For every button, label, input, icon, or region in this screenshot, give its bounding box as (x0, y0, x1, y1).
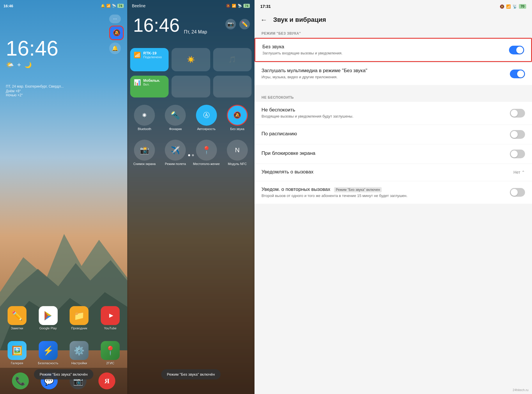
settings-mute-icon: 🔕 (500, 4, 504, 9)
silent-mode-row: Без звука Заглушить входящие вызовы и ув… (255, 39, 531, 61)
app-files[interactable]: 📁 Проводник (65, 306, 93, 330)
qs-toast: Режим "Без звука" включён (161, 369, 221, 379)
qs-screenshot-tile[interactable]: 📸 Снимок экрана (130, 140, 159, 166)
moon-icon: 🌙 (24, 61, 32, 68)
dock-phone[interactable]: 📞 (12, 372, 29, 389)
more-options-button[interactable]: ··· (109, 15, 121, 23)
qs-edit-icon-button[interactable]: ✏️ (239, 19, 250, 29)
qs-placeholder2 (172, 76, 210, 97)
weather-icon: 🌤️ (6, 61, 14, 69)
qs-location-icon: 📍 (202, 146, 211, 155)
app-gallery-label: Галерея (11, 361, 23, 365)
dock-yandex[interactable]: Я (98, 372, 115, 389)
notify-calls-row[interactable]: Уведомлять о вызовах Нет ⌃ (254, 164, 532, 181)
qs-date: Пт, 24 Мар (184, 29, 207, 34)
app-settings[interactable]: ⚙️ Настройки (65, 341, 93, 365)
app-grid-row1: ✏️ Заметки Google Play 📁 Проводник YouTu… (3, 306, 124, 330)
repeat-calls-toggle[interactable] (510, 188, 525, 197)
settings-page-title: Звук и вибрация (273, 16, 326, 24)
app-files-icon: 📁 (70, 306, 89, 325)
qs-airplane-tile[interactable]: ✈️ Режим полета (161, 140, 190, 166)
schedule-toggle[interactable] (510, 130, 525, 139)
qs-flashlight-icon: 🔦 (171, 111, 180, 120)
qs-circle-tiles-2: 📸 Снимок экрана ✈️ Режим полета 📍 Местоп… (130, 140, 252, 166)
status-time: 16:46 (3, 4, 13, 8)
notify-calls-text: Уведомлять о вызовах (261, 169, 513, 176)
qs-location-label: Местополо-жение (193, 162, 220, 166)
app-youtube[interactable]: YouTube (96, 306, 124, 330)
silent-mode-toggle[interactable] (509, 46, 524, 54)
lockscreen-text: При блокировке экрана (261, 150, 510, 157)
home-date: ПТ, 24 мар. Екатеринбург, Свердл... (6, 84, 64, 88)
qs-top-tiles: 📶 RTK-19 Подключено ☀️ 🎵 (130, 48, 252, 71)
mute-media-toggle[interactable] (510, 70, 525, 78)
qs-silent-tile[interactable]: 🔕 Без звука (223, 105, 252, 131)
qs-brightness-label: Автояркость (197, 127, 215, 131)
dnd-text: Не беспокоить Входящие вызовы и уведомле… (261, 107, 510, 119)
mute-media-row: Заглушать мультимедиа в режиме "Без звук… (254, 63, 532, 85)
app-notes[interactable]: ✏️ Заметки (3, 306, 31, 330)
qs-wifi-name: RTK-19 (143, 51, 162, 55)
mute-toggle-button[interactable]: 🔕 (109, 26, 124, 40)
repeat-calls-subtitle: Второй вызов от одного и того же абонент… (261, 193, 510, 198)
notify-calls-title: Уведомлять о вызовах (261, 169, 513, 175)
qs-mobile-tile[interactable]: 📊 Мобильн. Вкл. (130, 76, 169, 97)
app-2gis-label: 2ГИС (106, 361, 114, 365)
wifi-icon: 📡 (112, 4, 116, 8)
app-google-play[interactable]: Google Play (34, 306, 62, 330)
app-2gis[interactable]: 📍 2ГИС (96, 341, 124, 365)
schedule-row: По расписанию (254, 125, 532, 144)
qs-bluetooth-label: Bluetooth (138, 127, 151, 131)
qs-blank-tile1: ☀️ (172, 48, 210, 71)
home-screen: 16:46 🔔 📶 📡 74 ··· 🔕 🔔 16:46 🌤️ + 🌙 ПТ, … (0, 0, 127, 394)
schedule-title: По расписанию (261, 131, 510, 137)
qs-mobile-sub: Вкл. (143, 83, 160, 86)
add-widget-button[interactable]: + (17, 61, 21, 69)
qs-sun-icon: ☀️ (187, 56, 195, 63)
qs-nfc-tile[interactable]: N Модуль NFC (223, 140, 252, 166)
qs-wifi-tile[interactable]: 📶 RTK-19 Подключено (130, 48, 169, 71)
qs-airplane-label: Режим полета (165, 162, 186, 166)
repeat-calls-row: Уведом. о повторных вызовах Режим "Без з… (254, 181, 532, 204)
settings-header: ← Звук и вибрация (254, 13, 532, 27)
app-gallery[interactable]: 🖼️ Галерея (3, 341, 31, 365)
schedule-text: По расписанию (261, 131, 510, 138)
notification-icon: 🔔 (101, 4, 105, 8)
qs-blank-tile2: 🎵 (213, 48, 252, 71)
qs-nfc-label: Модуль NFC (228, 162, 247, 166)
settings-status-right: 🔕 📶 📡 70 (500, 4, 526, 9)
back-button[interactable]: ← (260, 16, 267, 24)
qs-location-circle: 📍 (196, 140, 217, 161)
notification-bell-button[interactable]: 🔔 (109, 42, 121, 54)
app-security[interactable]: ⚡ Безопасность (34, 341, 62, 365)
app-settings-label: Настройки (71, 361, 87, 365)
lockscreen-toggle[interactable] (510, 150, 525, 158)
qs-nfc-icon: N (235, 146, 240, 154)
qs-dot-1 (188, 154, 190, 156)
app-files-label: Проводник (71, 326, 87, 330)
qs-flashlight-circle: 🔦 (165, 105, 186, 126)
qs-nfc-circle: N (227, 140, 248, 161)
qs-brightness-tile[interactable]: Ⓐ Автояркость (192, 105, 221, 131)
lockscreen-row: При блокировке экрана (254, 144, 532, 164)
settings-status-bar: 17:31 🔕 📶 📡 70 (254, 0, 532, 13)
home-temp-day: Днём +8° (6, 89, 64, 93)
qs-flashlight-tile[interactable]: 🔦 Фонарик (161, 105, 190, 131)
section-divider-1 (254, 85, 532, 91)
home-toast: Режим "Без звука" включён (34, 369, 93, 379)
silent-mode-subtitle: Заглушить входящие вызовы и уведомления. (262, 51, 509, 56)
mute-media-title: Заглушать мультимедиа в режиме "Без звук… (261, 68, 510, 74)
mute-media-text: Заглушать мультимедиа в режиме "Без звук… (261, 68, 510, 80)
qs-placeholder3 (213, 76, 252, 97)
app-google-play-icon (39, 306, 58, 325)
signal-icon: 📶 (106, 4, 111, 8)
mute-media-card: Заглушать мультимедиа в режиме "Без звук… (254, 63, 532, 85)
qs-circle-tiles: ⁕ Bluetooth 🔦 Фонарик Ⓐ Автояркость 🔕 Бе… (130, 105, 252, 131)
dnd-toggle[interactable] (510, 109, 525, 118)
qs-location-tile[interactable]: 📍 Местополо-жение (192, 140, 221, 166)
qs-mute-icon: 🔕 (226, 4, 230, 8)
notify-calls-value: Нет ⌃ (513, 170, 525, 175)
qs-bluetooth-tile[interactable]: ⁕ Bluetooth (130, 105, 159, 131)
qs-camera-icon-button[interactable]: 📷 (225, 19, 236, 29)
app-grid-row2: 🖼️ Галерея ⚡ Безопасность ⚙️ Настройки 📍… (3, 341, 124, 365)
